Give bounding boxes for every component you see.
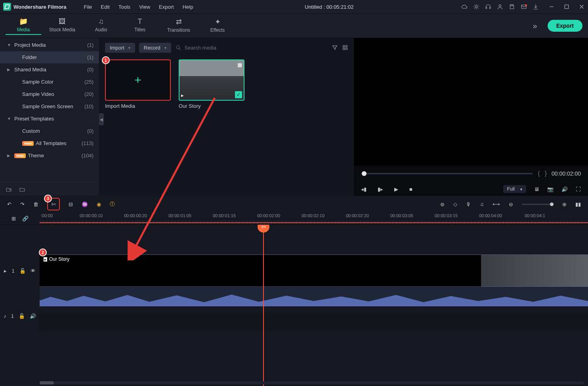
sidebar-item-label: Shared Media — [14, 67, 46, 73]
video-clip-2[interactable] — [481, 255, 588, 287]
svg-rect-11 — [346, 48, 347, 50]
audio-edit-icon[interactable]: ♒ — [82, 201, 88, 207]
link-icon[interactable]: 🔗 — [22, 216, 29, 222]
tab-stock-media[interactable]: 🖼Stock Media — [44, 17, 80, 34]
redo-icon[interactable]: ↷ — [20, 201, 25, 207]
mute-icon[interactable]: 🔊 — [30, 313, 36, 319]
menu-bar: File Edit Tools View Export Help — [80, 2, 197, 11]
playhead[interactable]: ✄ — [263, 225, 264, 386]
crop-icon[interactable]: ⊟ — [69, 201, 73, 207]
voiceover-icon[interactable]: 🎙 — [466, 201, 471, 207]
marker-icon[interactable]: ◇ — [453, 201, 457, 207]
prev-frame-icon[interactable]: ◂▮ — [361, 186, 367, 192]
sidebar-item-project-media[interactable]: ▼Project Media(1) — [0, 39, 99, 51]
more-tabs-icon[interactable]: » — [533, 21, 537, 31]
import-dropdown[interactable]: Import▾ — [105, 43, 135, 53]
search-input[interactable]: Search media — [175, 44, 328, 51]
collapse-sidebar-icon[interactable]: ◀ — [99, 113, 104, 125]
timeline-view-icon[interactable]: ▮▮ — [575, 201, 581, 207]
audio-track-head[interactable]: ♪1 🔓 🔊 — [0, 306, 40, 326]
undo-icon[interactable]: ↶ — [7, 201, 11, 207]
timeline-tracks[interactable]: 2 ▸Our Story ✄ — [40, 225, 588, 386]
tab-transitions[interactable]: ⇄Transitions — [161, 17, 197, 34]
minimize-icon[interactable] — [548, 4, 555, 10]
close-icon[interactable] — [578, 4, 585, 10]
sidebar-item-folder[interactable]: Folder(1) — [0, 51, 99, 63]
delete-icon[interactable]: 🗑 — [33, 201, 38, 207]
menu-help[interactable]: Help — [179, 2, 197, 11]
lock-icon[interactable]: 🔓 — [19, 313, 25, 319]
tab-audio[interactable]: ♫Audio — [83, 17, 119, 34]
quality-dropdown[interactable]: Full▾ — [503, 185, 526, 193]
lock-icon[interactable]: 🔓 — [19, 268, 26, 274]
visibility-icon[interactable]: 👁 — [31, 268, 36, 274]
display-icon[interactable]: 🖥 — [534, 186, 539, 192]
new-folder-icon[interactable] — [6, 186, 12, 193]
next-frame-icon[interactable]: ▮▸ — [378, 186, 383, 192]
volume-icon[interactable]: 🔊 — [561, 186, 568, 192]
ruler-tick: 00:00:00:10 — [80, 213, 103, 218]
clip-tile-our-story[interactable]: ▦ ▸ ✓ Our Story — [179, 59, 244, 109]
download-icon[interactable] — [533, 4, 539, 10]
mark-in-icon[interactable]: { — [538, 170, 540, 177]
preview-canvas[interactable] — [354, 38, 588, 166]
sidebar-item-sample-video[interactable]: Sample Video(20) — [0, 88, 99, 100]
timeline-ruler[interactable]: :00:0000:00:00:1000:00:00:2000:00:01:050… — [40, 212, 588, 224]
filter-icon[interactable] — [332, 44, 338, 51]
fullscreen-icon[interactable]: ⛶ — [576, 186, 581, 192]
record-dropdown[interactable]: Record▾ — [139, 43, 171, 53]
video-track[interactable]: ▸Our Story — [40, 254, 588, 287]
tab-titles[interactable]: TTitles — [122, 17, 158, 34]
cloud-icon[interactable] — [461, 4, 468, 10]
ruler-tick: 00:00:04:1 — [525, 213, 545, 218]
maximize-icon[interactable] — [563, 4, 570, 10]
play-icon[interactable]: ▶ — [394, 186, 398, 192]
sidebar-item-shared-media[interactable]: ▶Shared Media(0) — [0, 63, 99, 76]
tab-effects[interactable]: ✦Effects — [200, 17, 235, 34]
sidebar-item-count: (0) — [87, 128, 94, 134]
video-track-head[interactable]: ▸1 🔓 👁 — [0, 254, 40, 287]
menu-export[interactable]: Export — [155, 2, 178, 11]
color-icon[interactable]: Ⓣ — [110, 201, 115, 208]
timeline-scrollbar[interactable] — [40, 381, 584, 384]
add-track-icon[interactable]: ⊞ — [11, 216, 16, 222]
new-badge: New — [14, 153, 26, 158]
sidebar-item-sample-green-screen[interactable]: Sample Green Screen(10) — [0, 100, 99, 113]
sidebar-item-sample-color[interactable]: Sample Color(25) — [0, 76, 99, 88]
sidebar-item-theme[interactable]: ▶NewTheme(104) — [0, 149, 99, 162]
menu-file[interactable]: File — [80, 2, 96, 11]
speed-icon[interactable]: ◉ — [97, 201, 101, 207]
sidebar-item-custom[interactable]: Custom(0) — [0, 125, 99, 137]
zoom-in-icon[interactable]: ⊕ — [562, 201, 567, 207]
audio-mixer-icon[interactable]: ♫ — [480, 201, 484, 207]
fit-icon[interactable]: ⟷ — [493, 201, 500, 207]
import-media-tile[interactable]: 1 + Import Media — [105, 59, 171, 109]
grid-view-icon[interactable] — [342, 44, 348, 51]
split-button[interactable]: 3 ✄ — [47, 198, 60, 210]
playhead-scissors-icon[interactable]: ✄ — [258, 225, 269, 233]
preview-scrubber[interactable] — [361, 173, 533, 174]
sidebar-item-label: Sample Video — [22, 91, 54, 97]
menu-view[interactable]: View — [135, 2, 154, 11]
sidebar-item-preset-templates[interactable]: ▼Preset Templates — [0, 113, 99, 125]
export-button[interactable]: Export — [548, 20, 582, 32]
notification-icon[interactable] — [521, 4, 527, 10]
user-icon[interactable] — [497, 4, 503, 10]
zoom-slider[interactable] — [522, 204, 554, 205]
audio-track-waveform[interactable] — [40, 287, 588, 306]
sidebar-item-all-templates[interactable]: NewAll Templates(113) — [0, 137, 99, 149]
sun-icon[interactable] — [473, 4, 479, 10]
zoom-out-icon[interactable]: ⊖ — [509, 201, 513, 207]
audio-track-2[interactable] — [40, 312, 588, 332]
headset-icon[interactable] — [485, 4, 491, 10]
render-icon[interactable]: ⊚ — [440, 201, 445, 207]
menu-edit[interactable]: Edit — [97, 2, 113, 11]
mark-out-icon[interactable]: } — [545, 170, 547, 177]
save-icon[interactable] — [509, 4, 515, 10]
folder-icon[interactable] — [19, 186, 25, 193]
tab-media[interactable]: 📁Media — [6, 17, 41, 35]
stop-icon[interactable]: ■ — [409, 186, 412, 192]
snapshot-icon[interactable]: 📷 — [547, 186, 554, 192]
menu-tools[interactable]: Tools — [115, 2, 134, 11]
video-clip[interactable]: ▸Our Story — [40, 255, 481, 287]
